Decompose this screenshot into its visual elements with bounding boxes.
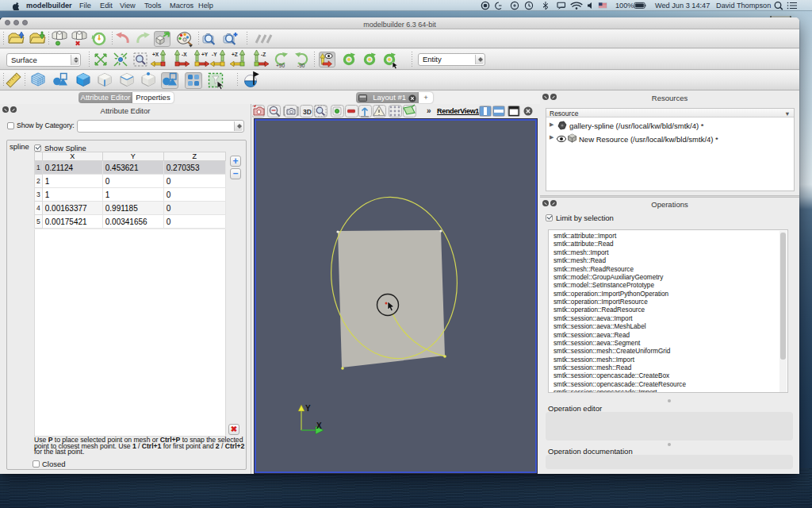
svg-text:+90: +90 xyxy=(276,63,285,68)
svg-text:-Y: -Y xyxy=(212,52,217,57)
svg-text:-Z: -Z xyxy=(261,52,266,57)
svg-text:-90: -90 xyxy=(297,63,305,68)
svg-text:Y: Y xyxy=(305,404,311,413)
svg-text:+Y: +Y xyxy=(201,52,209,57)
svg-text:+X: +X xyxy=(152,52,159,57)
svg-text:+Z: +Z xyxy=(232,52,238,57)
svg-text:-X: -X xyxy=(182,52,187,57)
svg-text:X: X xyxy=(316,421,322,430)
